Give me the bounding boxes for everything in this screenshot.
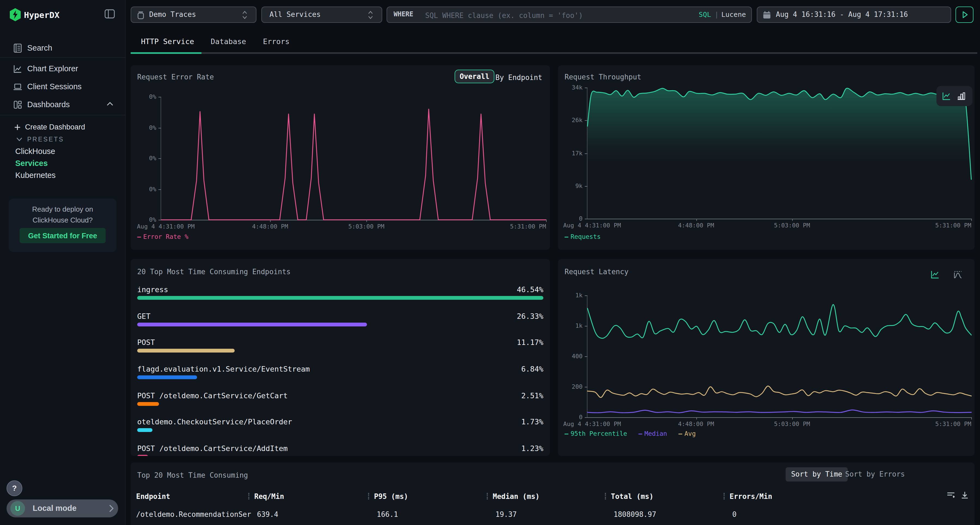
table-cell[interactable]: 1808098.97 <box>614 510 656 519</box>
legend-swatch: — <box>638 430 642 438</box>
column-resize-handle[interactable] <box>248 493 250 500</box>
calendar-icon <box>763 11 771 19</box>
table-cell[interactable]: 0 <box>732 510 737 519</box>
sidebar-collapse-icon[interactable] <box>105 9 115 19</box>
legend-item[interactable]: —Error Rate % <box>137 233 188 241</box>
error-rate-chart[interactable]: 0%0%0%0%0%Aug 4 4:31:00 PM4:48:00 PM5:03… <box>161 97 546 220</box>
line-chart-toggle-icon[interactable] <box>931 270 940 279</box>
x-tick-mark <box>792 219 793 221</box>
sidebar-item-search[interactable]: Search <box>0 40 125 57</box>
sidebar-item-client-sessions[interactable]: Client Sessions <box>0 79 125 95</box>
endpoint-bar <box>137 402 159 406</box>
endpoint-bar <box>137 375 197 379</box>
user-menu[interactable]: U Local mode <box>6 500 118 517</box>
y-tick-mark <box>585 219 587 219</box>
help-button[interactable]: ? <box>6 481 22 496</box>
panel-title: Top 20 Most Time Consuming <box>137 471 248 479</box>
panel-request-throughput: Request Throughput 34k26k17k9k0Aug 4 4:3… <box>558 65 975 250</box>
legend-item[interactable]: —Requests <box>565 233 601 241</box>
endpoint-label: flagd.evaluation.v1.Service/EventStream <box>137 365 310 373</box>
x-tick-label: 4:48:00 PM <box>678 420 714 428</box>
column-header-req-min[interactable]: Req/Min <box>248 492 284 501</box>
sidebar-preset-clickhouse[interactable]: ClickHouse <box>0 146 125 158</box>
line-chart-toggle-icon[interactable] <box>942 91 951 101</box>
latency-chart[interactable]: 1k1k4002000Aug 4 4:31:00 PM4:48:00 PM5:0… <box>587 295 971 418</box>
search-input[interactable] <box>424 8 655 23</box>
column-header-total-ms-[interactable]: Total (ms) <box>605 492 654 501</box>
endpoint-row[interactable]: oteldemo.CheckoutService/PlaceOrder1.73% <box>137 417 543 443</box>
tab-errors[interactable]: Errors <box>263 37 290 49</box>
sort-by-errors-button[interactable]: Sort by Errors <box>840 467 910 482</box>
x-tick-label: 5:31:00 PM <box>935 222 971 229</box>
sort-by-time-button[interactable]: Sort by Time <box>786 467 848 482</box>
table-cell[interactable]: /oteldemo.RecommendationServ <box>136 510 251 519</box>
source-select[interactable]: Demo Traces <box>130 6 256 23</box>
sidebar-item-chart-explorer[interactable]: Chart Explorer <box>0 61 125 77</box>
column-resize-handle[interactable] <box>368 493 370 500</box>
search-bar[interactable]: WHERE SQL | Lucene <box>387 6 752 23</box>
throughput-legend: —Requests <box>565 233 608 241</box>
mode-separator: | <box>714 10 719 19</box>
tab-database[interactable]: Database <box>211 37 246 49</box>
sidebar-preset-services[interactable]: Services <box>0 158 125 170</box>
x-tick-mark <box>696 417 697 419</box>
legend-item[interactable]: —Median <box>638 430 667 438</box>
endpoint-row[interactable]: POST11.17% <box>137 338 543 363</box>
x-tick-label: 5:31:00 PM <box>935 420 971 428</box>
column-order-icon[interactable] <box>946 491 956 501</box>
x-tick-mark <box>270 220 270 222</box>
y-tick-mark <box>585 326 587 327</box>
download-icon[interactable] <box>960 491 969 501</box>
panel-title: Request Latency <box>565 268 628 276</box>
series-avg <box>587 386 971 397</box>
column-header-endpoint[interactable]: Endpoint <box>136 492 170 501</box>
get-started-button[interactable]: Get Started for Free <box>20 228 106 243</box>
x-tick-label: Aug 4 4:31:00 PM <box>563 222 621 229</box>
time-range-picker[interactable]: Aug 4 16:31:16 - Aug 4 17:31:16 <box>757 6 951 23</box>
sql-mode-toggle[interactable]: SQL <box>699 10 711 19</box>
sidebar-item-dashboards[interactable]: Dashboards <box>0 97 125 113</box>
sidebar-preset-kubernetes[interactable]: Kubernetes <box>0 170 125 182</box>
table-cell[interactable]: 19.37 <box>495 510 517 519</box>
app-title: HyperDX <box>24 10 60 20</box>
presets-toggle[interactable]: PRESETS <box>0 134 125 145</box>
tab-http-service[interactable]: HTTP Service <box>141 37 194 49</box>
column-header-p95-ms-[interactable]: P95 (ms) <box>368 492 408 501</box>
run-query-button[interactable] <box>956 6 974 23</box>
endpoint-bar <box>137 428 153 432</box>
histogram-toggle-icon[interactable] <box>953 270 963 279</box>
lucene-mode-toggle[interactable]: Lucene <box>721 10 746 19</box>
table-cell[interactable]: 166.1 <box>377 510 398 519</box>
x-tick-label: 4:48:00 PM <box>252 223 288 230</box>
endpoint-row[interactable]: flagd.evaluation.v1.Service/EventStream6… <box>137 365 543 390</box>
legend-item[interactable]: —Avg <box>678 430 695 438</box>
throughput-chart[interactable]: 34k26k17k9k0Aug 4 4:31:00 PM4:48:00 PM5:… <box>587 87 971 219</box>
table-cell[interactable]: 639.4 <box>257 510 278 519</box>
column-header-errors-min[interactable]: Errors/Min <box>724 492 772 501</box>
column-resize-handle[interactable] <box>724 493 726 500</box>
x-tick-mark <box>696 219 697 221</box>
endpoint-row[interactable]: POST /oteldemo.CartService/AddItem1.23% <box>137 444 543 456</box>
legend-swatch: — <box>565 233 568 241</box>
service-select[interactable]: All Services <box>261 6 382 23</box>
select-chevrons-icon <box>368 10 374 20</box>
y-tick-mark <box>158 158 161 159</box>
column-resize-handle[interactable] <box>487 493 489 500</box>
column-header-median-ms-[interactable]: Median (ms) <box>487 492 539 501</box>
panel-title: Request Throughput <box>565 73 641 81</box>
create-dashboard-label: Create Dashboard <box>25 123 85 131</box>
play-icon <box>962 11 968 19</box>
endpoint-row[interactable]: POST /oteldemo.CartService/GetCart2.51% <box>137 391 543 416</box>
line-chart-icon <box>13 64 22 73</box>
endpoint-label: ingress <box>137 285 168 294</box>
legend-item[interactable]: —95th Percentile <box>565 430 627 438</box>
column-resize-handle[interactable] <box>605 493 607 500</box>
y-tick-mark <box>585 186 587 187</box>
endpoint-row[interactable]: GET26.33% <box>137 311 543 336</box>
by-endpoint-toggle-button[interactable]: By Endpoint <box>495 73 542 82</box>
bar-chart-toggle-icon[interactable] <box>956 91 966 101</box>
create-dashboard-button[interactable]: Create Dashboard <box>0 122 125 134</box>
sidebar-item-label: Chart Explorer <box>27 64 78 73</box>
overall-toggle-button[interactable]: Overall <box>455 70 494 83</box>
endpoint-row[interactable]: ingress46.54% <box>137 285 543 310</box>
